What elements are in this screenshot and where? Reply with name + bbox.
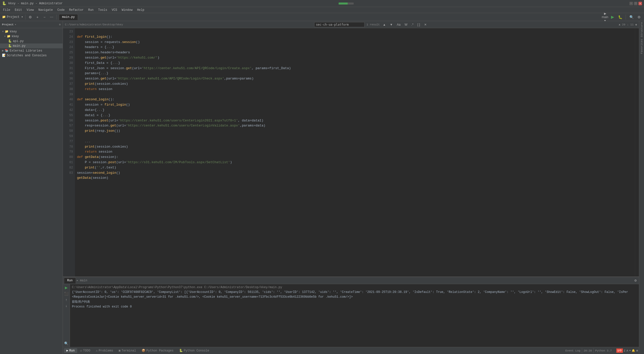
structure-icon[interactable]: Structure (640, 22, 643, 37)
sidebar-item-kkey-folder[interactable]: ▾ 📁 kkey (0, 34, 63, 39)
search-bar: C:/Users/Administrator/Desktop/kkey 1 re… (63, 21, 639, 28)
run-icon: ▶ (66, 349, 68, 352)
right-icons-bar: Structure Favorites (639, 21, 644, 354)
arrow-icon: ▾ (2, 30, 4, 33)
search-match-case-button[interactable]: Aa (396, 22, 401, 27)
run-output-line-1: C:\Users\Administrator\AppData\Local\Pro… (72, 285, 637, 290)
packages-icon: 📦 (142, 349, 145, 352)
main-layout: Project ▾ ⚙ ▾ 📁 kkey ▾ 📁 kkey 🐍 api.py 🐍 (0, 21, 644, 354)
search-in-selection-button[interactable]: [ ] (417, 22, 421, 27)
project-header-label: Project (2, 23, 14, 26)
menu-run[interactable]: Run (86, 8, 96, 12)
bottom-panel-settings[interactable]: ⚙ (633, 278, 638, 283)
ime-indicators: S中 Z A ⌨ 🔔 ⊞ (616, 348, 638, 353)
search-everywhere-button[interactable]: 🔍 (628, 14, 634, 20)
add-button[interactable]: + (34, 14, 41, 20)
code-content-area[interactable]: def first_login(): session = requests.se… (75, 28, 635, 277)
folder-icon: 📁 (7, 34, 11, 38)
todo-tab-label: TODO (83, 349, 90, 352)
menu-help[interactable]: Help (135, 8, 146, 12)
settings-gear-button[interactable]: ⚙ (636, 14, 642, 20)
python-file-icon: 🐍 (8, 39, 12, 43)
bottom-tool-terminal[interactable]: ▣ Terminal (116, 348, 139, 353)
bottom-tool-python-packages[interactable]: 📦 Python Packages (139, 348, 176, 353)
bottom-tool-problems[interactable]: ⚠ Problems (93, 348, 116, 353)
search-prev-button[interactable]: ▲ (382, 22, 387, 27)
terminal-icon: ▣ (119, 349, 120, 352)
title-bar-left: 🐍 kkxy - main.py - Administrator (2, 1, 63, 6)
line-numbers: 2324232425293031353637383940414255565758… (63, 29, 75, 175)
toolbar-sep-2 (57, 15, 57, 20)
search-close-button[interactable]: ✕ (423, 22, 428, 27)
bottom-tool-run[interactable]: ▶ Run (64, 348, 77, 353)
scroll-up-run[interactable]: ↑ (64, 297, 69, 302)
sidebar-item-label-kkey: kkey (10, 30, 17, 33)
menu-window[interactable]: Window (120, 8, 135, 12)
stop-button[interactable]: ⬛ (64, 291, 69, 296)
run-config-selector[interactable]: ▶ main ▾ (602, 14, 608, 20)
event-log-label[interactable]: Event Log (565, 349, 580, 352)
settings-button[interactable]: ⚙ (27, 14, 33, 20)
ime-indicator-4: ⌨ (629, 349, 631, 352)
sidebar-item-api[interactable]: 🐍 api.py (0, 39, 63, 43)
more-button[interactable]: ⋯ (49, 14, 55, 20)
run-output-line-4: 获取用户列表 (72, 300, 637, 304)
bottom-tool-python-console[interactable]: 🐍 Python Console (177, 348, 212, 353)
subtract-button[interactable]: − (42, 14, 48, 20)
menu-navigate[interactable]: Navigate (36, 8, 55, 12)
menu-refactor[interactable]: Refactor (67, 8, 86, 12)
scroll-down-run[interactable]: ↓ (64, 303, 69, 308)
project-folder-icon: 📁 (5, 30, 9, 33)
sidebar: Project ▾ ⚙ ▾ 📁 kkey ▾ 📁 kkey 🐍 api.py 🐍 (0, 21, 63, 354)
bottom-tab-run[interactable]: Run (64, 278, 76, 284)
favorites-icon[interactable]: Favorites (640, 39, 643, 54)
cursor-position: 20:28 (584, 349, 592, 352)
run-controls: ▶ main ▾ ▶ 🐛 🔍 ⚙ (602, 14, 642, 20)
search-next-button[interactable]: ▼ (389, 22, 394, 27)
run-tab-name[interactable]: ✦ main (76, 279, 87, 282)
search-word-button[interactable]: W (404, 22, 408, 27)
sidebar-tree: ▾ 📁 kkey ▾ 📁 kkey 🐍 api.py 🐍 main.py ▶ 📚… (0, 28, 63, 354)
bottom-tool-todo[interactable]: ☑ TODO (78, 348, 93, 353)
sidebar-main-label: main.py (13, 44, 25, 48)
run-button[interactable]: ▶ (610, 14, 616, 20)
title-bar-title: kkxy - main.py - Administrator (8, 2, 63, 5)
run-output: C:\Users\Administrator\AppData\Local\Pro… (70, 284, 639, 347)
sidebar-item-external-libs[interactable]: ▶ 📚 External Libraries (0, 48, 63, 53)
menu-view[interactable]: View (25, 8, 36, 12)
status-sep-2 (593, 348, 594, 353)
toolbar-sep-3 (626, 15, 626, 20)
search-result-info: 1 result (367, 23, 380, 26)
sidebar-item-main[interactable]: 🐍 main.py (0, 43, 63, 48)
run-panel: ▶ ⬛ ↑ ↓ 🔍 C:\Users\Administrator\AppData… (63, 284, 639, 347)
sidebar-api-label: api.py (13, 39, 24, 43)
sidebar-item-kkey-root[interactable]: ▾ 📁 kkey (0, 29, 63, 34)
close-button[interactable]: ✕ (638, 2, 642, 5)
maximize-button[interactable]: □ (634, 2, 637, 5)
run-output-line-3: <RequestsCookieJar[<Cookie kehu51_server… (72, 295, 637, 299)
menu-code[interactable]: Code (55, 8, 67, 12)
project-header-arrow: ▾ (15, 23, 16, 26)
sidebar-settings-icon[interactable]: ⚙ (59, 23, 61, 26)
ime-indicator-2: Z (624, 349, 626, 352)
console-icon: 🐍 (179, 349, 183, 352)
search-regex-button[interactable]: .* (411, 22, 415, 27)
rerun-button[interactable]: ▶ (64, 285, 69, 290)
window-controls[interactable]: ─ □ ✕ (629, 2, 642, 5)
sidebar-item-scratches[interactable]: 📝 Scratches and Consoles (0, 53, 63, 58)
menu-file[interactable]: File (1, 8, 12, 12)
editor-tab-main[interactable]: main.py (59, 14, 78, 20)
debug-button[interactable]: 🐛 (617, 14, 623, 20)
minimize-button[interactable]: ─ (629, 2, 633, 5)
ime-indicator-3: A (626, 349, 628, 352)
search-input[interactable] (314, 22, 365, 27)
menu-edit[interactable]: Edit (13, 8, 24, 12)
line-numbers-gutter: 2324232425293031353637383940414255565758… (63, 28, 75, 277)
project-label[interactable]: Project ▾ (7, 15, 23, 19)
run-filter-button[interactable]: 🔍 (64, 341, 69, 346)
sidebar-kkey-label: kkey (12, 35, 19, 38)
menu-vcs[interactable]: VCS (110, 8, 119, 12)
ime-indicator-6: ⊞ (636, 349, 638, 352)
project-selector[interactable]: 📁 Project ▾ (2, 15, 23, 19)
menu-tools[interactable]: Tools (96, 8, 109, 12)
